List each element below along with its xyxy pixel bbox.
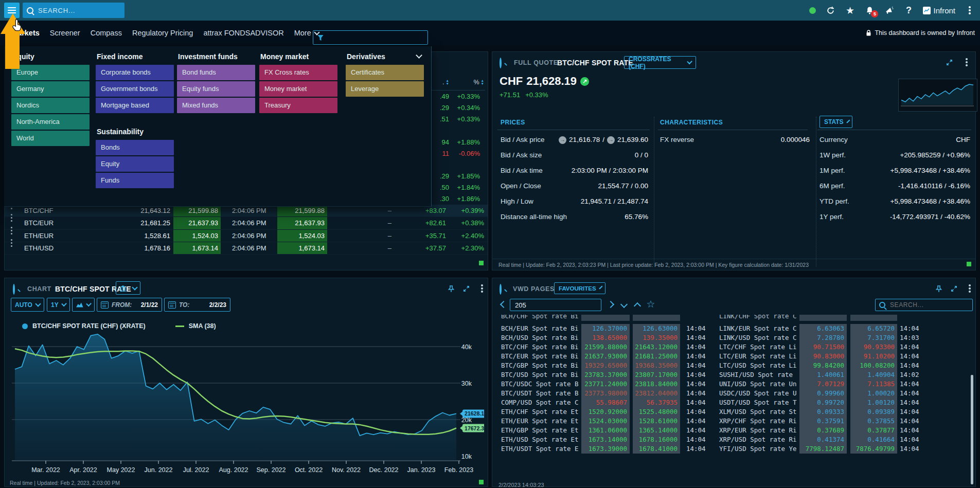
expand-icon[interactable] — [949, 283, 959, 294]
notifications-bell-icon[interactable]: 5 — [864, 5, 875, 15]
menu-item-equity-funds[interactable]: Equity funds — [177, 81, 255, 97]
bid-value: 1.40061 — [799, 370, 847, 379]
help-icon[interactable]: ? — [903, 5, 914, 15]
vwd-row[interactable]: ETH/CHF Spot rate Et1520.920001525.48000… — [498, 407, 931, 417]
vwd-grid: BCH/EUR Spot rate Bi126.37000126.6300014… — [498, 324, 931, 454]
menu-item-treasury[interactable]: Treasury — [259, 98, 337, 113]
partial-pct: -0.06% — [447, 148, 480, 159]
menu-item-bond-funds[interactable]: Bond funds — [177, 65, 255, 80]
menubar-tabs: MarketsScreenerCompassRegulatory Pricing… — [11, 21, 319, 45]
ask-value: 100.08200 — [850, 361, 897, 370]
menu-item-nordics[interactable]: Nordics — [11, 98, 90, 113]
table-row-eth-usd[interactable]: ETH/USD1,678.161,673.142:04:06 PM1,673.1… — [5, 242, 488, 255]
menu-item-world[interactable]: World — [11, 131, 90, 146]
vertical-scrollbar[interactable] — [971, 375, 973, 484]
stats-dropdown[interactable]: STATS — [819, 116, 852, 128]
page-number-box[interactable] — [510, 299, 601, 311]
watchlist-sort-header-pct[interactable]: %▲▼ — [446, 79, 484, 86]
time-value: 14:04 — [900, 324, 923, 333]
menu-item-germany[interactable]: Germany — [11, 81, 90, 97]
cell-time: 2:04:06 PM — [232, 230, 269, 242]
favourites-star-icon[interactable]: ★ — [845, 5, 855, 15]
page-down-icon[interactable] — [619, 300, 629, 310]
vwd-row[interactable]: BTC/GBP Spot rate Bi19329.6500019368.350… — [498, 361, 931, 370]
svg-text:Jul. 2022: Jul. 2022 — [183, 466, 209, 474]
table-row-btc-eur[interactable]: BTC/EUR21,681.2521,637.932:04:06 PM21,63… — [5, 217, 488, 229]
menu-item-leverage[interactable]: Leverage — [346, 81, 424, 97]
link-pin-icon[interactable] — [446, 283, 456, 294]
tab-regulatory-pricing[interactable]: Regulatory Pricing — [132, 29, 193, 37]
chart-range-dropdown[interactable]: 1Y — [47, 298, 70, 312]
bid-value: 90.83000 — [799, 352, 847, 361]
instrument-name: ETH/CHF Spot rate Et — [501, 407, 579, 417]
global-search-input[interactable] — [37, 6, 111, 15]
exchange-selector-dropdown[interactable] — [116, 281, 140, 295]
favourites-dropdown[interactable]: FAVOURITES — [554, 282, 605, 294]
vwd-row[interactable]: ETH/USD Spot rate Et1673.140001678.16000… — [498, 435, 931, 444]
favourite-star-icon[interactable]: ☆ — [646, 299, 656, 309]
vwd-row[interactable]: BTC/USDT Spot rate B23773.9800023812.040… — [498, 389, 931, 398]
expand-icon[interactable] — [461, 283, 471, 294]
date-from-picker[interactable]: FROM: 2/1/22 — [97, 298, 162, 312]
context-selector-dropdown[interactable]: CROSSRATES (CHF) — [624, 56, 696, 69]
menu-item-government-bonds[interactable]: Government bonds — [96, 81, 174, 97]
vwd-row[interactable]: COMP/USD Spot rate C55.9860756.3793514:0… — [498, 398, 931, 407]
row-label: 1W perf. — [819, 148, 846, 163]
chart-mode-dropdown[interactable]: AUTO — [11, 298, 44, 312]
menu-item-north-america[interactable]: North-America — [11, 114, 90, 130]
overflow-menu-icon[interactable] — [965, 5, 975, 15]
vwd-row[interactable]: BTC/USDC Spot rate B23771.2400023818.840… — [498, 379, 931, 389]
vwd-row[interactable]: BCH/EUR Spot rate Bi126.37000126.6300014… — [498, 324, 931, 333]
chevron-down-icon[interactable] — [416, 52, 422, 59]
row-value: 65.76% — [625, 209, 648, 225]
panel-menu-icon[interactable] — [477, 283, 487, 294]
menu-filter-input[interactable] — [328, 33, 417, 42]
vwd-row[interactable]: ETH/USDT Spot rate E1673.390001678.41000… — [498, 444, 931, 454]
feedback-megaphone-icon[interactable] — [884, 5, 894, 15]
menu-item-corporate-bonds[interactable]: Corporate bonds — [96, 65, 174, 80]
vwd-row[interactable]: BTC/USD Spot rate Bi23783.3700023807.170… — [498, 370, 931, 379]
tab-screener[interactable]: Screener — [50, 29, 80, 37]
global-search-box[interactable] — [23, 3, 124, 18]
menu-filter-box[interactable] — [313, 30, 428, 45]
realtime-indicator-square — [967, 262, 971, 266]
date-to-picker[interactable]: TO: 2/2/23 — [164, 298, 230, 312]
panel-menu-icon[interactable] — [965, 283, 975, 294]
menu-item-bonds[interactable]: Bonds — [96, 140, 174, 155]
instrument-name: YFI/USD Spot rate Ye — [719, 444, 798, 454]
chart-type-dropdown[interactable] — [72, 298, 95, 312]
page-back-icon[interactable] — [498, 300, 509, 310]
link-pin-icon[interactable] — [934, 283, 944, 294]
menu-item-certificates[interactable]: Certificates — [346, 65, 424, 80]
panel-menu-icon[interactable] — [961, 57, 972, 67]
ask-value: 23818.84000 — [633, 379, 680, 389]
tab-attrax-fondsadvisor[interactable]: attrax FONDSADVISOR — [203, 29, 283, 37]
menu-item-funds[interactable]: Funds — [96, 173, 174, 188]
page-number-input[interactable] — [514, 301, 597, 310]
table-row-eth-eur[interactable]: ETH/EUR1,528.611,524.032:04:06 PM1,524.0… — [5, 230, 488, 242]
vwd-row[interactable]: ETH/GBP Spot rate Et1361.060001365.14000… — [498, 426, 931, 435]
expand-icon[interactable] — [944, 57, 954, 67]
vwd-search-box[interactable] — [875, 299, 973, 311]
menu-group-header-sustainability: Sustainability — [97, 128, 144, 136]
price-chart[interactable]: 40k30k20k10kMar. 2022Apr. 2022May 2022Ju… — [6, 332, 485, 476]
vwd-row[interactable]: BTC/CHF Spot rate Bi21599.8800021643.120… — [498, 342, 931, 352]
price-change-pct: +0.33% — [525, 91, 548, 99]
vwd-search-input[interactable] — [889, 301, 963, 309]
menu-item-mortgage-based[interactable]: Mortgage based — [96, 98, 174, 113]
menu-item-equity[interactable]: Equity — [96, 156, 174, 172]
menu-item-fx-cross-rates[interactable]: FX Cross rates — [259, 65, 337, 80]
page-forward-icon[interactable] — [605, 300, 616, 310]
menu-item-mixed-funds[interactable]: Mixed funds — [177, 98, 255, 113]
section-header-characteristics: CHARACTERISTICS — [660, 119, 723, 126]
vwd-row[interactable]: BCH/CHF Spot rate BiLINK/CHF Spot rate C — [498, 315, 931, 321]
menu-item-europe[interactable]: Europe — [11, 65, 90, 80]
refresh-icon[interactable] — [825, 5, 835, 15]
page-up-icon[interactable] — [632, 300, 643, 310]
menu-item-money-market[interactable]: Money market — [259, 81, 337, 97]
vwd-row[interactable]: BCH/USD Spot rate Bi138.65000139.3500014… — [498, 333, 931, 342]
tab-compass[interactable]: Compass — [91, 29, 122, 37]
cell-last: 1,678.16 — [109, 242, 170, 254]
vwd-row[interactable]: BTC/EUR Spot rate Bi21637.9300021681.250… — [498, 352, 931, 361]
vwd-row[interactable]: ETH/EUR Spot rate Et1524.030001528.61000… — [498, 417, 931, 426]
